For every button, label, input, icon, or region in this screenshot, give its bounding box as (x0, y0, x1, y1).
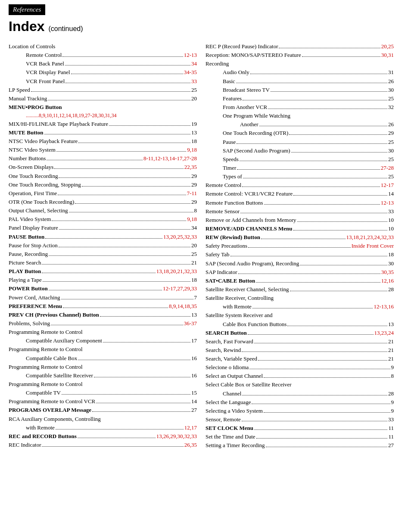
entry-page[interactable]: 12-13 (381, 199, 394, 207)
entry-page[interactable]: 28 (388, 389, 394, 398)
entry-text: OTR (One Touch Recording) (9, 198, 74, 206)
dots-fill (49, 290, 162, 290)
entry-page[interactable]: 33 (191, 77, 197, 86)
entry-page[interactable]: 18 (388, 250, 394, 259)
entry-page[interactable]: 7-11 (187, 189, 197, 198)
entry-page[interactable]: 21 (388, 355, 394, 363)
entry-page[interactable]: 33 (388, 207, 394, 216)
list-item: MIX/HI-FI/LINEAR Tape Playback Feature19 (9, 120, 197, 128)
entry-page[interactable]: 18 (191, 276, 197, 284)
entry-page[interactable]: 13,18,20,21,32,33 (156, 267, 197, 276)
entry-page[interactable]: 19 (191, 120, 197, 128)
entry-page[interactable]: 9,18 (187, 146, 197, 154)
entry-page[interactable]: 13 (191, 128, 197, 137)
entry-text: Reception: MONO/SAP/STEREO Feature (206, 51, 301, 59)
entry-page[interactable]: 28 (388, 285, 394, 294)
entry-page[interactable]: 12-13,16 (374, 302, 394, 311)
dots-fill (289, 134, 387, 135)
entry-page[interactable]: 25 (191, 250, 197, 258)
dots-fill (271, 91, 387, 92)
entry-page[interactable]: 12-17,27,29,33 (163, 284, 197, 293)
entry-page[interactable]: 13 (388, 320, 394, 329)
entry-page[interactable]: 12,16 (381, 277, 394, 285)
entry-page[interactable]: 22,35 (184, 163, 197, 171)
entry-page[interactable]: 30 (388, 259, 394, 268)
entry-page[interactable]: 21 (388, 337, 394, 346)
entry-page[interactable]: 30,35 (381, 268, 394, 277)
entry-text: SEARCH Button (206, 329, 247, 337)
entry-page[interactable]: 30 (388, 146, 394, 155)
entry-page[interactable]: 17 (191, 336, 197, 345)
entry-page[interactable]: 9 (391, 363, 394, 372)
entry-page[interactable]: 11 (388, 424, 394, 432)
entry-page[interactable]: 29 (191, 198, 197, 206)
entry-page[interactable]: 12-13 (184, 51, 197, 59)
entry-page[interactable]: 9,18 (187, 215, 197, 224)
entry-page[interactable]: 13 (191, 311, 197, 319)
entry-page[interactable]: 21 (388, 346, 394, 355)
dots-fill (249, 369, 390, 369)
entry-page[interactable]: 14 (388, 190, 394, 198)
entry-page[interactable]: 25 (388, 138, 394, 146)
list-item: PLAY Button13,18,20,21,32,33 (9, 267, 197, 276)
entry-page[interactable]: 8 (194, 206, 197, 215)
entry-page[interactable]: 26 (388, 120, 394, 129)
entry-page[interactable]: 9 (391, 398, 394, 407)
entry-page[interactable]: 27-28 (381, 164, 394, 172)
entry-page[interactable]: 8-11,12-13,14-17,27-28 (143, 154, 197, 163)
entry-page[interactable]: 25 (388, 155, 394, 164)
entry-text: Setting a Timer Recording (206, 441, 265, 450)
entry-page[interactable]: 31 (388, 68, 394, 77)
entry-page[interactable]: 12,17 (184, 423, 197, 432)
entry-page[interactable]: 30 (388, 86, 394, 94)
entry-page[interactable]: 26,35 (184, 441, 197, 449)
entry-page[interactable]: 13,18,21,23,24,32,33 (346, 233, 394, 242)
entry-page[interactable]: 8,9,14,18,35 (169, 302, 197, 311)
entry-page[interactable]: 25 (191, 86, 197, 94)
entry-page[interactable]: 21 (191, 258, 197, 267)
entry-page[interactable]: 29 (191, 172, 197, 180)
entry-page[interactable]: 10 (388, 216, 394, 224)
entry-page[interactable]: 12-17 (381, 181, 394, 190)
entry-page[interactable]: 13,20,25,32,33 (163, 233, 197, 241)
entry-text: Output Channel, Selecting (9, 206, 68, 215)
entry-page[interactable]: 34 (191, 224, 197, 232)
list-item: NTSC Video System9,18 (9, 146, 197, 154)
entry-text: One Touch Recording (9, 172, 58, 180)
entry-page[interactable]: Inside Front Cover (352, 242, 394, 250)
entry-page[interactable]: 25 (388, 172, 394, 181)
entry-page[interactable]: 15 (191, 389, 197, 397)
entry-page[interactable]: 29 (191, 180, 197, 189)
entry-page[interactable]: 34 (191, 59, 197, 68)
entry-page[interactable]: 8 (391, 372, 394, 380)
entry-page[interactable]: 30,31 (381, 51, 394, 59)
entry-page[interactable]: 14 (191, 397, 197, 406)
entry-page[interactable]: 26 (388, 77, 394, 86)
entry-page[interactable]: 11 (388, 432, 394, 441)
entry-page[interactable]: 36-37 (184, 319, 197, 328)
entry-page[interactable]: 13,26,29,30,32,33 (156, 432, 197, 441)
entry-page[interactable]: 16 (191, 371, 197, 380)
entry-page[interactable]: 34-35 (184, 68, 197, 77)
entry-page[interactable]: 25 (388, 94, 394, 103)
entry-page[interactable]: 32 (388, 103, 394, 112)
entry-page[interactable]: 27 (388, 441, 394, 450)
entry-page[interactable]: 20 (191, 241, 197, 250)
entry-page[interactable]: 33 (388, 415, 394, 424)
entry-page[interactable]: 13,23,24 (374, 329, 394, 337)
entry-text: Compatible Cable Box (26, 354, 77, 363)
entry-page[interactable]: 18 (191, 137, 197, 146)
entry-page[interactable]: 10 (388, 224, 394, 233)
dots-fill (78, 360, 190, 360)
list-item: Operation, First Time7-11 (9, 189, 197, 198)
list-item: Satellite Receiver Channel, Selecting28 (206, 285, 394, 294)
entry-page[interactable]: 7 (194, 293, 197, 302)
entry-page[interactable]: 29 (388, 129, 394, 137)
entry-page[interactable]: 20 (191, 94, 197, 103)
entry-page[interactable]: 9 (391, 407, 394, 415)
list-item: Set the Time and Date11 (206, 432, 394, 441)
entry-text: Satellite System Receiver and (206, 311, 273, 320)
entry-page[interactable]: 16 (191, 354, 197, 363)
entry-page[interactable]: 27 (191, 406, 197, 414)
entry-page[interactable]: 20,25 (381, 42, 394, 51)
